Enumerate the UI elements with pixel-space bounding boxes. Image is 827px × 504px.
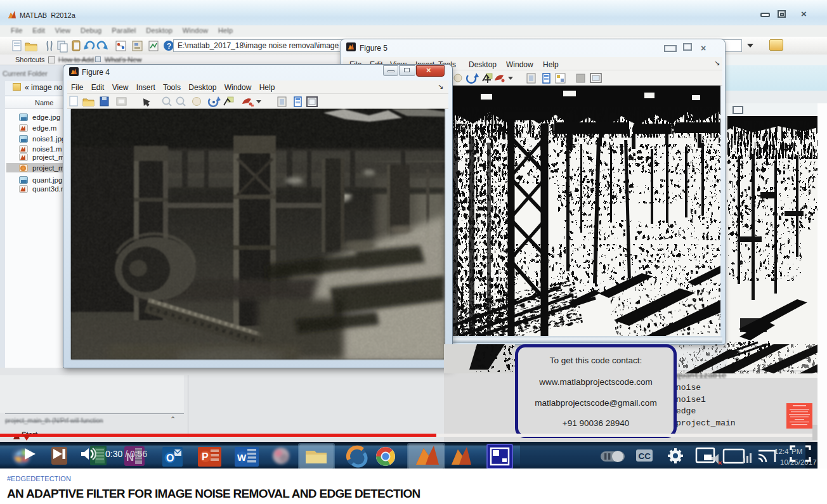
svg-text:W: W <box>237 452 247 463</box>
svg-text:P: P <box>202 451 209 462</box>
svg-text:10/25/2017: 10/25/2017 <box>780 458 817 466</box>
svg-text:×: × <box>718 459 722 467</box>
svg-text:O: O <box>166 453 174 463</box>
svg-text:?: ? <box>167 42 171 51</box>
svg-text:CC: CC <box>639 451 651 461</box>
svg-text:0:30 / 0:56: 0:30 / 0:56 <box>105 449 147 459</box>
svg-text:12:4: 12:4 <box>774 448 789 455</box>
svg-text:PM: PM <box>791 448 802 455</box>
